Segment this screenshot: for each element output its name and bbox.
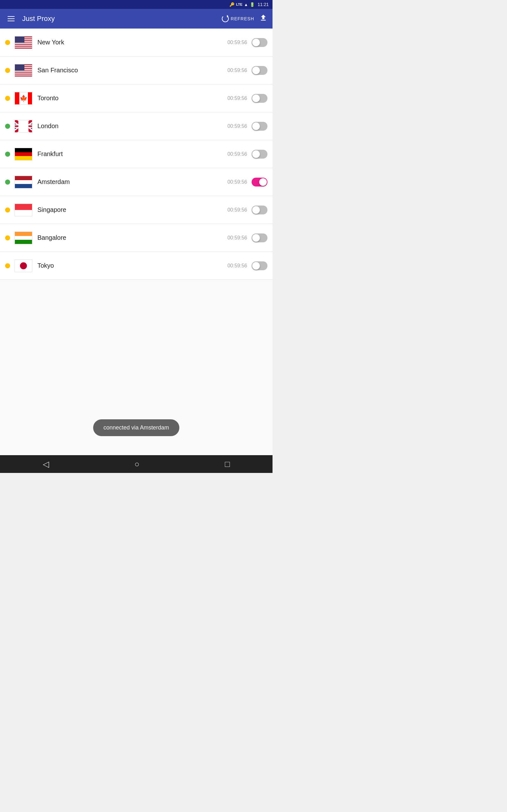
status-dot-frankfurt — [5, 152, 10, 157]
status-dot-london — [5, 124, 10, 129]
flag-us-new-york — [14, 36, 32, 49]
status-dot-singapore — [5, 207, 10, 212]
server-time-frankfurt: 00:59:56 — [228, 151, 247, 157]
server-name-toronto: Toronto — [38, 95, 228, 102]
toggle-amsterdam[interactable] — [251, 177, 268, 187]
server-item-toronto[interactable]: 🍁 Toronto 00:59:56 — [0, 84, 273, 112]
flag-jp-tokyo — [14, 259, 32, 272]
server-list: New York 00:59:56 San Francisco 00:59:56… — [0, 29, 273, 280]
signal-icon: ▲ — [244, 2, 248, 7]
hamburger-line-2 — [8, 18, 14, 19]
home-button[interactable]: ○ — [134, 459, 139, 469]
server-name-frankfurt: Frankfurt — [38, 150, 228, 158]
menu-button[interactable] — [5, 14, 17, 24]
us-stars — [15, 37, 24, 43]
uk-cross-v-red — [22, 120, 25, 132]
server-name-singapore: Singapore — [38, 206, 228, 213]
server-item-amsterdam[interactable]: Amsterdam 00:59:56 — [0, 168, 273, 196]
us-stars-sf — [15, 64, 24, 71]
status-dot-san-francisco — [5, 68, 10, 73]
server-name-san-francisco: San Francisco — [38, 67, 228, 74]
server-item-tokyo[interactable]: Tokyo 00:59:56 — [0, 252, 273, 280]
flag-nl-amsterdam — [14, 176, 32, 189]
snackbar-text: connected via Amsterdam — [103, 424, 169, 431]
toggle-san-francisco[interactable] — [251, 66, 268, 75]
server-name-bangalore: Bangalore — [38, 234, 228, 241]
server-item-singapore[interactable]: Singapore 00:59:56 — [0, 196, 273, 224]
toggle-toronto[interactable] — [251, 94, 268, 103]
uk-cross-v — [21, 120, 26, 132]
flag-uk-london — [14, 120, 32, 133]
server-item-new-york[interactable]: New York 00:59:56 — [0, 29, 273, 56]
status-icons: 🔑 LTE ▲ 🔋 11:21 — [229, 2, 269, 7]
server-time-san-francisco: 00:59:56 — [228, 67, 247, 73]
app-bar: Just Proxy REFRESH — [0, 9, 273, 29]
upload-button[interactable] — [259, 14, 268, 24]
status-dot-new-york — [5, 40, 10, 45]
flag-ca-toronto: 🍁 — [14, 92, 32, 105]
bottom-nav: ◁ ○ □ — [0, 455, 273, 473]
toggle-london[interactable] — [251, 122, 268, 131]
server-item-san-francisco[interactable]: San Francisco 00:59:56 — [0, 56, 273, 84]
hamburger-line-3 — [8, 20, 14, 21]
hamburger-line-1 — [8, 16, 14, 17]
maple-leaf-icon: 🍁 — [20, 95, 27, 102]
battery-icon: 🔋 — [250, 2, 255, 7]
flag-sg-singapore — [14, 204, 32, 216]
server-item-bangalore[interactable]: Bangalore 00:59:56 — [0, 224, 273, 252]
snackbar: connected via Amsterdam — [93, 419, 179, 436]
flag-in-bangalore — [14, 232, 32, 244]
toggle-frankfurt[interactable] — [251, 150, 268, 159]
status-dot-toronto — [5, 96, 10, 101]
toggle-singapore[interactable] — [251, 206, 268, 214]
server-time-amsterdam: 00:59:56 — [228, 179, 247, 185]
server-item-london[interactable]: London 00:59:56 — [0, 112, 273, 140]
snackbar-area: connected via Amsterdam — [0, 407, 273, 455]
server-item-frankfurt[interactable]: Frankfurt 00:59:56 — [0, 140, 273, 168]
server-name-new-york: New York — [38, 39, 228, 46]
status-dot-tokyo — [5, 263, 10, 268]
server-name-london: London — [38, 122, 228, 130]
toggle-bangalore[interactable] — [251, 234, 268, 242]
app-bar-actions: REFRESH — [222, 14, 268, 24]
empty-area — [0, 280, 273, 407]
server-name-amsterdam: Amsterdam — [38, 178, 228, 186]
toggle-tokyo[interactable] — [251, 261, 268, 270]
server-time-singapore: 00:59:56 — [228, 207, 247, 213]
refresh-label: REFRESH — [231, 16, 254, 21]
back-button[interactable]: ◁ — [43, 459, 49, 469]
status-dot-bangalore — [5, 235, 10, 241]
uk-cross-h-red — [15, 125, 32, 127]
server-time-bangalore: 00:59:56 — [228, 235, 247, 241]
status-bar: 🔑 LTE ▲ 🔋 11:21 — [0, 0, 273, 9]
flag-de-frankfurt — [14, 148, 32, 160]
key-icon: 🔑 — [229, 2, 234, 7]
server-time-new-york: 00:59:56 — [228, 40, 247, 45]
status-dot-amsterdam — [5, 180, 10, 185]
lte-icon: LTE — [236, 3, 242, 6]
time-display: 11:21 — [258, 2, 269, 7]
server-time-toronto: 00:59:56 — [228, 96, 247, 101]
recents-button[interactable]: □ — [225, 459, 230, 469]
refresh-icon — [222, 15, 229, 22]
app-title: Just Proxy — [22, 14, 222, 23]
server-time-london: 00:59:56 — [228, 123, 247, 129]
server-time-tokyo: 00:59:56 — [228, 263, 247, 269]
upload-icon — [259, 14, 268, 22]
refresh-button[interactable]: REFRESH — [222, 15, 254, 22]
toggle-new-york[interactable] — [251, 38, 268, 47]
flag-us-san-francisco — [14, 64, 32, 77]
server-name-tokyo: Tokyo — [38, 262, 228, 269]
